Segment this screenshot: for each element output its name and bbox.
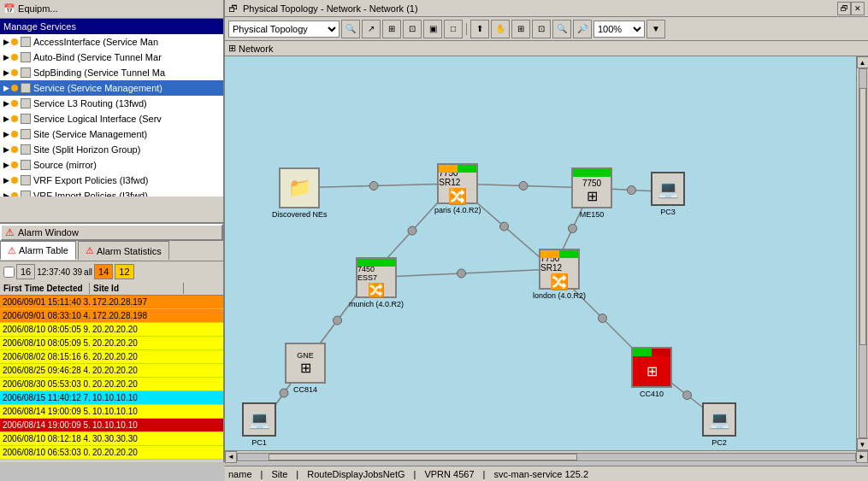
alarm-site-cell: 10.10.10.10 (90, 393, 184, 402)
topology-canvas[interactable]: 📁 Discovered NEs 7750 SR12 🔀 paris (4.0.… (225, 56, 856, 450)
toolbar-btn-hand[interactable]: ✋ (491, 20, 510, 38)
toolbar-btn-rect[interactable]: □ (444, 20, 463, 38)
alarm-row[interactable]: 2006/08/25 09:46:28 4... 20.20.20.20 (0, 364, 223, 378)
alarm-row[interactable]: 2006/08/30 05:53:03 0... 20.20.20.20 (0, 378, 223, 391)
node-type-label: 7450 ESS7 (357, 265, 395, 282)
alarm-row[interactable]: 2006/08/10 08:05:05 9... 20.20.20.20 (0, 323, 223, 337)
status-dot (11, 100, 18, 107)
alarm-row[interactable]: 2006/08/02 08:15:16 6... 20.20.20.20 (0, 350, 223, 364)
service-item[interactable]: ▶ Source (mirror) (0, 157, 223, 173)
network-node-pc3[interactable]: 💻 PC3 (651, 172, 685, 216)
indicator-w (357, 259, 395, 267)
service-icon (21, 52, 31, 62)
toolbar-btn-group[interactable]: ⊞ (511, 20, 530, 38)
restore-button[interactable]: 🗗 (837, 2, 851, 15)
toolbar-btn-select[interactable]: ⊡ (403, 20, 422, 38)
topology-breadcrumb: ⊞ Network (225, 41, 868, 56)
topology-window-title: Physical Topology - Network - Network (1… (243, 3, 418, 14)
breadcrumb-network: Network (239, 44, 273, 54)
equipment-bar: 📅 Equipm... (0, 0, 223, 19)
network-node-munich[interactable]: 7450 ESS7 🔀 munich (4.0.R2) (349, 257, 404, 308)
manage-services-panel: Manage Services ▶ AccessInterface (Servi… (0, 19, 223, 224)
hscroll-right-btn[interactable]: ► (856, 451, 868, 463)
network-node-pc2[interactable]: 💻 PC2 (702, 402, 736, 447)
toolbar-sep-1 (466, 23, 467, 35)
alarm-checkbox[interactable] (3, 267, 15, 278)
network-node-london[interactable]: 7750 SR12 🔀 london (4.0.R2) (533, 249, 586, 300)
view-selector[interactable]: Physical Topology (228, 21, 340, 38)
indicator-w (633, 349, 652, 356)
service-item[interactable]: ▶ Site (Split Horizon Group) (0, 142, 223, 157)
service-item[interactable]: ▶ AccessInterface (Service Man (0, 34, 223, 50)
network-node-pc1[interactable]: 💻 PC1 (242, 402, 276, 447)
toolbar-btn-pointer[interactable]: ↗ (362, 20, 381, 38)
hscroll-left-btn[interactable]: ◄ (225, 451, 237, 463)
alarm-time-cell: 2006/09/01 15:11:40 3... (0, 297, 90, 307)
node-label: PC2 (712, 438, 727, 447)
toolbar-btn-zoom-in[interactable]: 🔍 (552, 20, 571, 38)
indicator-m (540, 250, 559, 258)
toolbar-btn-zoom-out[interactable]: 🔎 (573, 20, 592, 38)
zoom-selector[interactable]: 100% (593, 21, 645, 38)
vscroll-thumb[interactable] (859, 88, 866, 346)
network-node-cc410[interactable]: ⊞ CC410 (631, 347, 672, 398)
alarm-time-cell: 2006/08/10 08:05:05 9... (0, 325, 90, 334)
alarm-row[interactable]: 2006/09/01 08:33:10 4... 172.20.28.198 (0, 309, 223, 323)
toolbar-btn-filter[interactable]: ▣ (423, 20, 442, 38)
tab-alarm-table[interactable]: ⚠ Alarm Table (0, 241, 76, 260)
alarm-row[interactable]: 2006/08/14 19:00:09 5... 10.10.10.10 (0, 419, 223, 432)
alarm-table-body[interactable]: 2006/09/01 15:11:40 3... 172.20.28.197 2… (0, 296, 223, 462)
toolbar-btn-zoom-arrow[interactable]: ▼ (647, 20, 665, 38)
expand-icon: ▶ (3, 161, 9, 169)
alarm-row[interactable]: 2006/09/01 15:11:40 3... 172.20.28.197 (0, 296, 223, 309)
toolbar-btn-cursor[interactable]: ⬆ (470, 20, 489, 38)
service-item[interactable]: ▶ SdpBinding (Service Tunnel Ma (0, 65, 223, 80)
status-sep4: | (483, 469, 486, 479)
alarm-time-cell: 2006/08/15 11:40:12 7... (0, 393, 90, 402)
node-label: ME150 (580, 210, 605, 219)
alarm-row[interactable]: 2006/08/15 11:40:12 7... 10.10.10.10 (0, 391, 223, 405)
service-item-label: VRF Import Policies (I3fwd) (33, 191, 148, 197)
tab-alarm-statistics[interactable]: ⚠ Alarm Statistics (78, 241, 169, 260)
toolbar-btn-grid[interactable]: ⊞ (382, 20, 401, 38)
alarm-row[interactable]: 2006/08/10 08:05:09 5... 20.20.20.20 (0, 337, 223, 350)
service-item[interactable]: ▶ VRF Import Policies (I3fwd) (0, 188, 223, 197)
alarm-row[interactable]: 2006/08/10 08:12:18 4... 30.30.30.30 (0, 432, 223, 446)
service-list[interactable]: ▶ AccessInterface (Service Man ▶ Auto-Bi… (0, 34, 223, 197)
service-item[interactable]: ▶ Service (Service Management) (0, 80, 223, 96)
network-node-discovered-nes[interactable]: 📁 Discovered NEs (272, 167, 328, 219)
service-item[interactable]: ▶ Service Logical Interface (Serv (0, 111, 223, 126)
close-button[interactable]: ✕ (851, 2, 865, 15)
vscroll-track[interactable] (859, 68, 867, 438)
vscroll-down-btn[interactable]: ▼ (857, 438, 869, 450)
hscroll-track[interactable] (237, 453, 856, 461)
service-item[interactable]: ▶ VRF Export Policies (I3fwd) (0, 173, 223, 188)
node-label: PC1 (251, 438, 267, 447)
status-dot (11, 85, 18, 91)
service-icon (21, 114, 31, 124)
service-item-label: Service (Service Management) (33, 83, 162, 93)
expand-icon: ▶ (3, 130, 9, 138)
network-node-me150[interactable]: 7750 ⊞ ME150 (571, 167, 612, 219)
network-node-cc814[interactable]: GNE ⊞ CC814 (285, 343, 326, 394)
status-dot (11, 54, 18, 61)
hscroll-thumb[interactable] (269, 454, 577, 460)
service-item[interactable]: ▶ Site (Service Management) (0, 126, 223, 142)
svg-point-7 (408, 226, 416, 235)
node-type-label: 7750 (582, 179, 601, 188)
alarm-row[interactable]: 2006/08/14 19:00:09 5... 10.10.10.10 (0, 405, 223, 419)
alarm-time: 12:37:40 39 (37, 267, 82, 277)
vscroll-up-btn[interactable]: ▲ (857, 56, 869, 68)
network-node-paris[interactable]: 7750 SR12 🔀 paris (4.0.R2) (434, 163, 481, 214)
horizontal-scrollbar[interactable]: ◄ ► (225, 450, 868, 462)
service-item[interactable]: ▶ Auto-Bind (Service Tunnel Mar (0, 50, 223, 65)
alarm-site-cell: 172.20.28.197 (90, 297, 184, 307)
alarm-row[interactable]: 2006/08/10 06:53:03 0... 20.20.20.20 (0, 446, 223, 460)
toolbar-btn-search[interactable]: 🔍 (341, 20, 360, 38)
toolbar-btn-zoom-fit[interactable]: ⊡ (532, 20, 551, 38)
vertical-scrollbar[interactable]: ▲ ▼ (856, 56, 868, 450)
service-icon (21, 37, 31, 47)
service-icon (21, 144, 31, 155)
alarm-time-cell: 2006/08/14 19:00:09 5... (0, 407, 90, 416)
service-item[interactable]: ▶ Service L3 Routing (13fwd) (0, 96, 223, 111)
